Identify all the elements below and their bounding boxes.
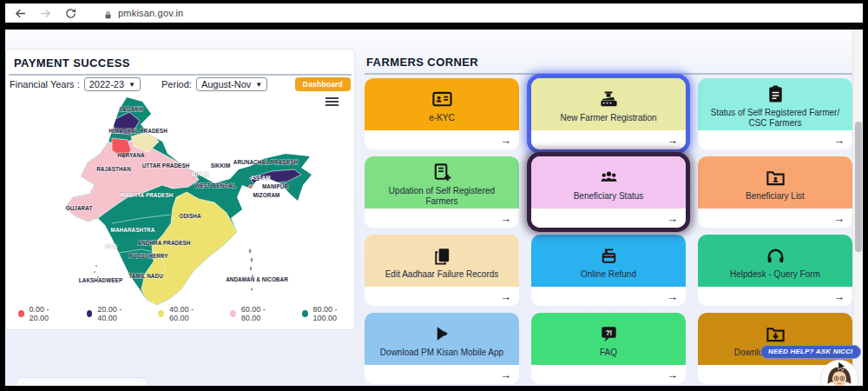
card-faq[interactable]: ?! FAQ →: [531, 313, 686, 384]
card-label: Updation of Self Registered Farmers: [373, 186, 510, 207]
card-beneficiary-status[interactable]: Beneficiary Status →: [531, 156, 686, 228]
headset-icon: [766, 246, 786, 266]
map-state-label: SIKKIM: [211, 162, 231, 169]
faq-bubble-icon: ?!: [599, 324, 619, 344]
map-state-label: UTTAR PRADESH: [142, 162, 190, 169]
card-beneficiary-list[interactable]: Beneficiary List →: [698, 156, 852, 228]
card-label: FAQ: [600, 348, 617, 358]
map-legend: 0.00 - 20.00 20.00 - 40.00 40.00 - 60.00…: [18, 305, 354, 322]
map-state-label: LADAKH: [119, 106, 143, 112]
card-label: New Farmer Registration: [560, 113, 656, 123]
map-controls: Financial Years : 2022-23 ▼ Period: Augu…: [10, 77, 351, 91]
legend-label: 60.00 - 80.00: [241, 305, 279, 322]
arrow-right-icon[interactable]: →: [500, 369, 511, 381]
arrow-right-icon[interactable]: →: [833, 213, 845, 224]
legend-item: 80.00 - 100.00: [302, 305, 354, 322]
arrow-right-icon[interactable]: →: [667, 291, 678, 302]
arrow-right-icon[interactable]: →: [500, 213, 511, 224]
farmers-corner-grid: e-KYC → New Farmer Registration → Status…: [365, 78, 852, 384]
card-e-kyc[interactable]: e-KYC →: [365, 78, 519, 149]
map-state-label: WEST BENGAL: [194, 182, 236, 189]
play-store-icon: [432, 324, 452, 344]
map-state-label: MIZORAM: [253, 192, 280, 198]
map-state-label: HARYANA: [117, 152, 145, 158]
arrow-right-icon[interactable]: →: [500, 291, 511, 302]
legend-item: 40.00 - 60.00: [158, 305, 207, 322]
lock-icon: [103, 8, 113, 18]
copy-icon: [432, 246, 452, 266]
mouse-cursor: [836, 361, 848, 373]
card-helpdesk-query-form[interactable]: Helpdesk - Query Form →: [698, 235, 852, 306]
legend-dot-icon: [18, 310, 24, 317]
forward-icon[interactable]: [39, 7, 52, 20]
map-state-label: ARUNACHAL PRADESH: [233, 159, 299, 165]
legend-item: 60.00 - 80.00: [230, 305, 279, 322]
address-bar[interactable]: pmkisan.gov.in: [103, 8, 183, 18]
url-text: pmkisan.gov.in: [118, 8, 183, 18]
browser-window: pmkisan.gov.in PAYMENT SUCCESS Financial…: [5, 3, 863, 386]
back-icon[interactable]: [14, 7, 27, 20]
card-status-of-self-registered-farmer-csc-farmers[interactable]: Status of Self Registered Farmer/ CSC Fa…: [698, 78, 852, 149]
legend-label: 20.00 - 40.00: [97, 305, 135, 322]
payment-success-title: PAYMENT SUCCESS: [9, 50, 352, 76]
card-label: Online Refund: [581, 269, 636, 280]
financial-year-label: Financial Years :: [10, 79, 80, 89]
bottom-panel-edge: [16, 377, 148, 386]
card-updation-of-self-registered-farmers[interactable]: Updation of Self Registered Farmers →: [365, 156, 519, 228]
map-state-label: LAKSHADWEEP: [79, 277, 122, 283]
browser-toolbar: pmkisan.gov.in: [5, 3, 863, 23]
map-state-label: GUJARAT: [66, 205, 93, 211]
chevron-down-icon: ▼: [255, 81, 262, 89]
nicci-help-badge[interactable]: NEED HELP? ASK NICCI: [760, 345, 861, 359]
farmers-corner-title: FARMERS CORNER: [365, 49, 856, 75]
chevron-down-icon: ▼: [128, 81, 135, 89]
card-new-farmer-registration[interactable]: New Farmer Registration →: [531, 78, 686, 149]
card-label: e-KYC: [429, 113, 454, 123]
legend-dot-icon: [87, 310, 93, 317]
legend-label: 40.00 - 60.00: [169, 305, 207, 322]
arrow-right-icon[interactable]: →: [833, 135, 845, 146]
id-card-icon: [432, 89, 452, 109]
period-select[interactable]: August-Nov ▼: [196, 77, 267, 91]
card-label: Download PM Kisan Mobile App: [380, 348, 503, 358]
map-state-label: GOA: [105, 243, 118, 249]
card-label: Beneficiary List: [746, 191, 805, 202]
map-state-label: TAMIL NADU: [128, 273, 163, 279]
map-state-label: ODISHA: [179, 213, 201, 219]
clipboard-icon: [766, 84, 786, 104]
map-state-label: PUDUCHERRY: [128, 253, 168, 259]
map-state-label: ANDAMAN & NICOBAR: [226, 276, 288, 282]
users-icon: [599, 168, 619, 188]
card-edit-aadhaar-failure-records[interactable]: Edit Aadhaar Failure Records →: [365, 235, 519, 306]
arrow-right-icon[interactable]: →: [833, 291, 845, 302]
map-state-label: MAHARASHTRA: [111, 227, 155, 233]
card-label: Status of Self Registered Farmer/ CSC Fa…: [707, 108, 844, 129]
scrollbar[interactable]: [852, 30, 863, 386]
legend-dot-icon: [302, 310, 308, 317]
card-label: Helpdesk - Query Form: [730, 269, 820, 280]
legend-dot-icon: [158, 310, 164, 317]
dashboard-button[interactable]: Dashboard: [295, 77, 351, 91]
cash-register-icon: [599, 89, 619, 109]
svg-text:?!: ?!: [605, 328, 612, 336]
reload-icon[interactable]: [64, 7, 77, 20]
arrow-right-icon[interactable]: →: [500, 135, 511, 146]
map-state-label: MANIPUR: [262, 183, 288, 189]
card-refund-icon: [599, 246, 619, 266]
card-label: Edit Aadhaar Failure Records: [385, 269, 499, 280]
legend-item: 20.00 - 40.00: [87, 305, 135, 322]
financial-year-select[interactable]: 2022-23 ▼: [84, 77, 141, 91]
payment-success-panel: PAYMENT SUCCESS Financial Years : 2022-2…: [5, 49, 355, 330]
map-state-label: MADHYA PRADESH: [121, 192, 174, 198]
arrow-right-icon[interactable]: →: [667, 369, 678, 381]
map-state-label: ANDHRA PRADESH: [138, 240, 191, 246]
card-download-pm-kisan-mobile-app[interactable]: Download PM Kisan Mobile App →: [365, 313, 519, 384]
india-choropleth-map[interactable]: LADAKHHIMACHAL PRADESHHARYANARAJASTHANUT…: [44, 95, 331, 308]
arrow-right-icon[interactable]: →: [667, 213, 678, 224]
arrow-right-icon[interactable]: →: [667, 135, 678, 146]
map-state-label: HIMACHAL PRADESH: [108, 128, 168, 134]
scrollbar-thumb[interactable]: [855, 122, 862, 252]
legend-label: 0.00 - 20.00: [30, 305, 63, 322]
page-content: PAYMENT SUCCESS Financial Years : 2022-2…: [5, 30, 863, 386]
card-online-refund[interactable]: Online Refund →: [531, 235, 686, 306]
